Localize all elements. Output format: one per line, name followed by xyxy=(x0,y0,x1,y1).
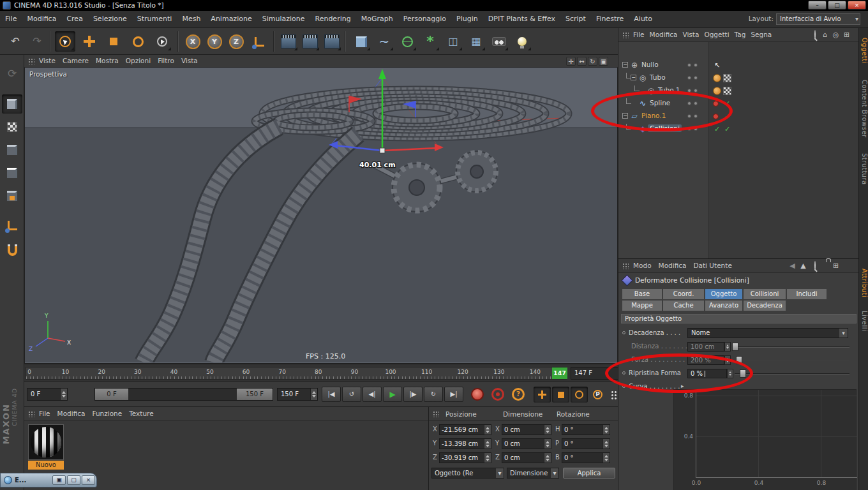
tree-expander-icon[interactable]: − xyxy=(622,62,628,68)
tab-collisioni[interactable]: Collisioni xyxy=(744,289,786,299)
x-axis-lock-button[interactable]: X xyxy=(183,31,203,52)
tree-row-nullo[interactable]: −⊕Nullo↖ xyxy=(618,59,859,71)
menu-item-crea[interactable]: Crea xyxy=(61,11,87,27)
object-name[interactable]: Collisioni xyxy=(648,124,682,132)
menu-item-modifica[interactable]: Modifica xyxy=(22,11,61,27)
red-state-dot[interactable] xyxy=(713,114,719,119)
enabled-check-icon[interactable]: ✓ xyxy=(713,125,721,133)
stepper[interactable] xyxy=(60,389,67,400)
texture-tag-icon[interactable] xyxy=(723,87,731,95)
tab-cache[interactable]: Cache xyxy=(663,301,704,311)
play-backward-button[interactable]: ↺ xyxy=(342,387,361,402)
dock-tab-struttura[interactable]: Struttura xyxy=(860,148,868,190)
up-icon[interactable]: ▲ xyxy=(798,262,808,271)
tree-row-tubo-1[interactable]: ◎Tubo.1 xyxy=(618,84,859,97)
menu-item-texture[interactable]: Texture xyxy=(129,410,153,417)
panel-grip-icon[interactable] xyxy=(622,32,629,38)
minimize-button[interactable]: – xyxy=(808,1,827,10)
menu-item-aiuto[interactable]: Aiuto xyxy=(629,11,657,27)
object-name[interactable]: Nullo xyxy=(641,61,659,68)
render-settings-button[interactable] xyxy=(322,31,342,52)
zoom-view-icon[interactable]: ↔ xyxy=(577,57,587,66)
menu-item-vista[interactable]: Vista xyxy=(181,57,198,64)
menu-item-mesh[interactable]: Mesh xyxy=(177,11,206,27)
enabled-check-icon[interactable]: ✓ xyxy=(723,112,731,121)
menu-item-simulazione[interactable]: Simulazione xyxy=(257,11,310,27)
menu-item-personaggio[interactable]: Personaggio xyxy=(398,11,451,27)
add-panel-icon[interactable]: ⊞ xyxy=(842,31,851,40)
add-environment-button[interactable]: ▦ xyxy=(466,31,486,52)
tree-expander-icon[interactable]: − xyxy=(631,75,636,80)
render-visibility-dot[interactable] xyxy=(694,114,698,118)
dock-tab-content-browser[interactable]: Content Browser xyxy=(860,73,868,144)
tab-mappe[interactable]: Mappe xyxy=(622,301,662,311)
tree-row-spline[interactable]: ∿Spline✓ xyxy=(618,97,859,110)
texture-tag-icon[interactable] xyxy=(723,74,731,82)
coord-value-field[interactable]: -30.919 cm xyxy=(439,452,491,463)
coord-value-field[interactable]: -21.569 cm xyxy=(439,424,491,435)
coordinate-mode-dropdown[interactable]: Oggetto (Re ▾ xyxy=(431,468,504,479)
panel-grip-icon[interactable] xyxy=(433,411,439,417)
add-generator-button[interactable] xyxy=(397,31,417,52)
menu-item-plugin[interactable]: Plugin xyxy=(451,11,483,27)
dock-tab-attributi[interactable]: Attributi xyxy=(860,264,868,303)
make-editable-button[interactable]: ⟳ xyxy=(2,64,22,83)
live-selection-button[interactable] xyxy=(55,31,75,52)
snap-settings-button[interactable] xyxy=(2,241,22,260)
coord-value-field[interactable]: 0 cm xyxy=(502,424,551,435)
tree-row-piano-1[interactable]: −▱Piano.1✓ xyxy=(618,110,859,122)
field-input[interactable]: 0 % xyxy=(687,369,727,378)
target-icon[interactable]: ◎ xyxy=(831,31,841,40)
search-icon[interactable] xyxy=(809,31,819,40)
tab-oggetto[interactable]: Oggetto xyxy=(705,289,742,299)
add-primitive-button[interactable] xyxy=(351,31,371,52)
perspective-viewport[interactable]: 40.01 cm Y X Z FPS : 125.0 Prospettiva xyxy=(24,68,618,364)
render-picture-viewer-button[interactable] xyxy=(300,31,320,52)
edges-mode-button[interactable] xyxy=(2,163,22,182)
points-mode-button[interactable] xyxy=(2,140,22,160)
coord-stepper[interactable] xyxy=(484,425,491,434)
goto-end-button[interactable]: ▶| xyxy=(444,387,463,402)
scale-tool-button[interactable] xyxy=(103,31,124,52)
next-frame-button[interactable]: |▶ xyxy=(403,387,423,402)
range-end-field[interactable]: 150 F xyxy=(277,388,318,401)
range-start-field[interactable]: 0 F xyxy=(27,388,68,401)
menu-item-segna[interactable]: Segna xyxy=(751,31,772,38)
menu-item-opzioni[interactable]: Opzioni xyxy=(126,57,151,64)
rotate-tool-button[interactable] xyxy=(128,31,148,52)
menu-item-tag[interactable]: Tag xyxy=(735,31,746,38)
coord-stepper[interactable] xyxy=(544,453,551,463)
add-deformer-button[interactable]: ◫ xyxy=(443,31,463,52)
z-axis-lock-button[interactable]: Z xyxy=(226,31,246,52)
editor-visibility-dot[interactable] xyxy=(687,63,691,67)
add-camera-button[interactable] xyxy=(489,31,509,52)
animation-dot-icon[interactable] xyxy=(622,331,625,334)
coord-stepper[interactable] xyxy=(544,425,551,434)
record-parameter-toggle[interactable]: P xyxy=(589,387,606,403)
add-mograph-button[interactable]: * xyxy=(420,31,440,52)
current-frame-marker[interactable]: 147 xyxy=(552,368,567,379)
object-name[interactable]: Tubo.1 xyxy=(658,86,680,94)
new-panel-icon[interactable]: ⊞ xyxy=(831,262,841,271)
field-stepper[interactable] xyxy=(727,369,733,378)
menu-item-vista[interactable]: Vista xyxy=(682,31,699,38)
range-start-handle[interactable]: 0 F xyxy=(95,389,128,400)
menu-item-modo[interactable]: Modo xyxy=(633,262,652,269)
y-axis-lock-button[interactable]: Y xyxy=(204,31,225,52)
gizmo-origin-handle[interactable] xyxy=(380,148,385,153)
menu-item-file[interactable]: File xyxy=(39,410,50,417)
slider-groove[interactable] xyxy=(732,360,849,361)
menu-item-modifica[interactable]: Modifica xyxy=(57,410,86,417)
object-properties-section-header[interactable]: Proprietà Oggetto xyxy=(621,314,857,323)
autokey-button[interactable] xyxy=(491,388,504,401)
preview-range-slider[interactable]: 0 F 150 F xyxy=(94,388,273,401)
menu-item-file[interactable]: File xyxy=(0,11,22,27)
coord-stepper[interactable] xyxy=(602,439,610,449)
animation-dot-icon[interactable] xyxy=(622,385,625,388)
add-spline-button[interactable]: ~ xyxy=(374,31,394,52)
coord-stepper[interactable] xyxy=(484,439,491,449)
timeline-track[interactable]: 0102030405060708090100110120130140 147 xyxy=(26,367,567,380)
field-stepper[interactable] xyxy=(724,355,731,365)
lock-icon[interactable] xyxy=(820,262,830,271)
render-visibility-dot[interactable] xyxy=(694,63,698,67)
